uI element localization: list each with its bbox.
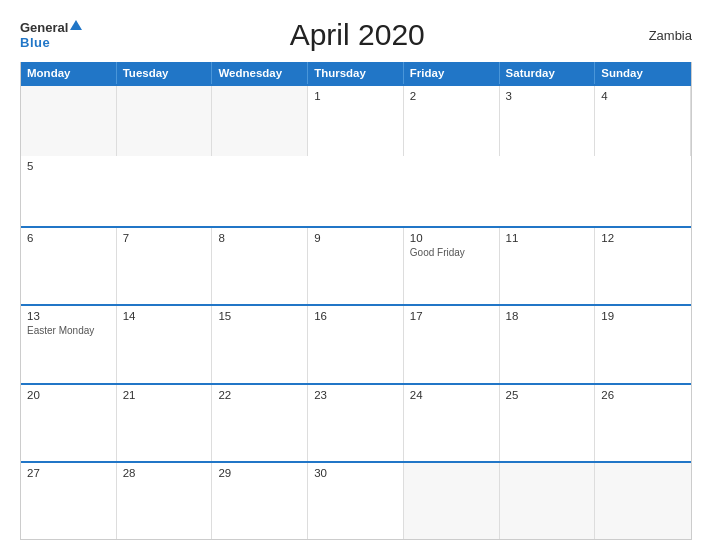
day-num: 21 bbox=[123, 389, 206, 401]
day-num: 5 bbox=[27, 160, 111, 172]
day-num: 3 bbox=[506, 90, 589, 102]
cell-apr-18: 18 bbox=[500, 306, 596, 382]
cell-empty-6 bbox=[595, 463, 691, 539]
day-num: 9 bbox=[314, 232, 397, 244]
day-num: 15 bbox=[218, 310, 301, 322]
week-4: 20 21 22 23 24 25 26 bbox=[21, 383, 691, 461]
col-friday: Friday bbox=[404, 62, 500, 84]
cell-apr-12: 12 bbox=[595, 228, 691, 304]
day-num: 7 bbox=[123, 232, 206, 244]
cell-apr-19: 19 bbox=[595, 306, 691, 382]
cell-apr-26: 26 bbox=[595, 385, 691, 461]
day-num: 1 bbox=[314, 90, 397, 102]
cell-empty-4 bbox=[404, 463, 500, 539]
logo-general-text: General bbox=[20, 21, 68, 34]
cell-apr-10: 10 Good Friday bbox=[404, 228, 500, 304]
day-num: 14 bbox=[123, 310, 206, 322]
cell-apr-23: 23 bbox=[308, 385, 404, 461]
day-num: 6 bbox=[27, 232, 110, 244]
day-num: 26 bbox=[601, 389, 685, 401]
page: General Blue April 2020 Zambia Monday Tu… bbox=[0, 0, 712, 550]
cell-apr-28: 28 bbox=[117, 463, 213, 539]
cell-apr-11: 11 bbox=[500, 228, 596, 304]
day-num: 30 bbox=[314, 467, 397, 479]
day-num: 8 bbox=[218, 232, 301, 244]
day-num: 22 bbox=[218, 389, 301, 401]
cell-apr-7: 7 bbox=[117, 228, 213, 304]
week-5: 27 28 29 30 bbox=[21, 461, 691, 539]
cell-apr-25: 25 bbox=[500, 385, 596, 461]
logo: General Blue bbox=[20, 21, 82, 50]
col-saturday: Saturday bbox=[500, 62, 596, 84]
cell-empty-2 bbox=[117, 86, 213, 156]
day-num: 10 bbox=[410, 232, 493, 244]
cell-apr-15: 15 bbox=[212, 306, 308, 382]
day-num: 17 bbox=[410, 310, 493, 322]
day-num: 24 bbox=[410, 389, 493, 401]
calendar-body: 1 2 3 4 5 6 bbox=[21, 84, 691, 539]
day-num: 27 bbox=[27, 467, 110, 479]
page-title: April 2020 bbox=[82, 18, 632, 52]
cell-empty-1 bbox=[21, 86, 117, 156]
country-label: Zambia bbox=[632, 28, 692, 43]
cell-apr-13: 13 Easter Monday bbox=[21, 306, 117, 382]
cell-apr-17: 17 bbox=[404, 306, 500, 382]
day-num: 16 bbox=[314, 310, 397, 322]
logo-blue-text: Blue bbox=[20, 35, 50, 50]
day-num: 12 bbox=[601, 232, 685, 244]
day-num: 20 bbox=[27, 389, 110, 401]
day-num: 13 bbox=[27, 310, 110, 322]
day-num: 2 bbox=[410, 90, 493, 102]
day-num: 23 bbox=[314, 389, 397, 401]
day-num: 18 bbox=[506, 310, 589, 322]
cell-apr-3: 3 bbox=[500, 86, 596, 156]
cell-apr-2: 2 bbox=[404, 86, 500, 156]
cell-apr-9: 9 bbox=[308, 228, 404, 304]
cell-apr-27: 27 bbox=[21, 463, 117, 539]
cell-apr-1: 1 bbox=[308, 86, 404, 156]
day-num: 19 bbox=[601, 310, 685, 322]
cell-apr-4: 4 bbox=[595, 86, 691, 156]
week-3: 13 Easter Monday 14 15 16 17 18 bbox=[21, 304, 691, 382]
col-wednesday: Wednesday bbox=[212, 62, 308, 84]
col-tuesday: Tuesday bbox=[117, 62, 213, 84]
cell-apr-29: 29 bbox=[212, 463, 308, 539]
logo-triangle-icon bbox=[70, 20, 82, 30]
calendar: Monday Tuesday Wednesday Thursday Friday… bbox=[20, 62, 692, 540]
col-thursday: Thursday bbox=[308, 62, 404, 84]
day-num: 25 bbox=[506, 389, 589, 401]
day-num: 28 bbox=[123, 467, 206, 479]
day-num: 4 bbox=[601, 90, 684, 102]
cell-empty-3 bbox=[212, 86, 308, 156]
cell-empty-5 bbox=[500, 463, 596, 539]
cell-apr-20: 20 bbox=[21, 385, 117, 461]
cell-apr-22: 22 bbox=[212, 385, 308, 461]
cell-apr-6: 6 bbox=[21, 228, 117, 304]
cell-apr-5: 5 bbox=[21, 156, 117, 226]
header: General Blue April 2020 Zambia bbox=[20, 18, 692, 52]
cell-apr-24: 24 bbox=[404, 385, 500, 461]
calendar-header: Monday Tuesday Wednesday Thursday Friday… bbox=[21, 62, 691, 84]
week-2: 6 7 8 9 10 Good Friday 11 bbox=[21, 226, 691, 304]
cell-apr-16: 16 bbox=[308, 306, 404, 382]
cell-apr-21: 21 bbox=[117, 385, 213, 461]
event-easter-monday: Easter Monday bbox=[27, 325, 110, 336]
week-1: 1 2 3 4 5 bbox=[21, 84, 691, 226]
cell-apr-14: 14 bbox=[117, 306, 213, 382]
day-num: 29 bbox=[218, 467, 301, 479]
cell-apr-30: 30 bbox=[308, 463, 404, 539]
cell-apr-8: 8 bbox=[212, 228, 308, 304]
col-sunday: Sunday bbox=[595, 62, 691, 84]
event-good-friday: Good Friday bbox=[410, 247, 493, 258]
day-num: 11 bbox=[506, 232, 589, 244]
col-monday: Monday bbox=[21, 62, 117, 84]
